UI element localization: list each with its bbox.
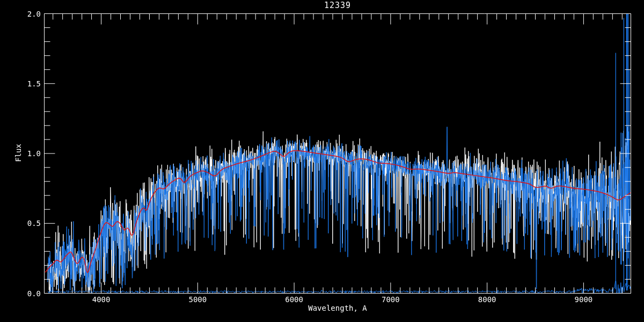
x-tick-label: 6000 [278, 295, 310, 304]
plot-title: 12339 [44, 1, 631, 10]
y-tick-label: 1.0 [16, 149, 41, 158]
y-tick-label: 0.5 [16, 219, 41, 228]
y-tick-label: 0.0 [16, 289, 41, 298]
x-tick-label: 4000 [85, 295, 118, 304]
x-tick-label: 8000 [471, 295, 503, 304]
x-tick-label: 9000 [567, 295, 599, 304]
x-tick-label: 7000 [375, 295, 407, 304]
y-tick-label: 2.0 [16, 10, 41, 18]
spectrum-figure: 12339 Flux Wavelength, A 400050006000700… [0, 0, 644, 322]
x-axis-label: Wavelength, A [44, 304, 631, 312]
x-tick-label: 5000 [181, 295, 214, 304]
y-tick-label: 1.5 [16, 79, 41, 88]
spectrum-plot-canvas [0, 0, 644, 322]
